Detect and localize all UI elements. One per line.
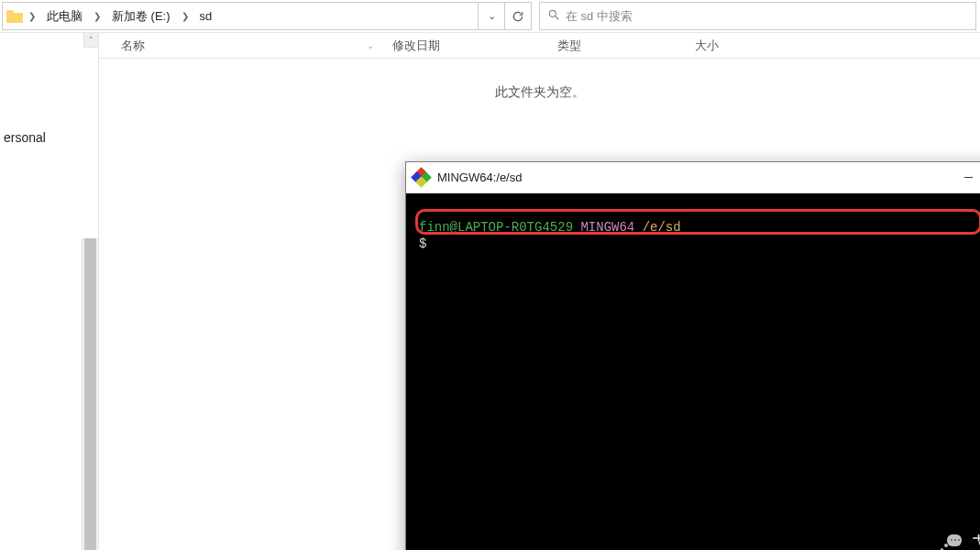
prompt-user-host: finn@LAPTOP-R0TG4529 bbox=[419, 220, 573, 235]
window-controls bbox=[947, 162, 980, 193]
search-field[interactable]: 在 sd 中搜索 bbox=[539, 2, 976, 30]
chevron-down-icon: ⌄ bbox=[488, 10, 496, 22]
breadcrumb-bar[interactable]: ❯ 此电脑 ❯ 新加卷 (E:) ❯ sd bbox=[2, 2, 479, 30]
refresh-button[interactable] bbox=[504, 2, 532, 30]
folder-icon bbox=[6, 8, 23, 25]
search-icon bbox=[547, 8, 560, 24]
column-header-date[interactable]: 修改日期 ⌄ bbox=[383, 38, 548, 54]
column-label: 名称 bbox=[121, 38, 145, 54]
terminal-titlebar[interactable]: MINGW64:/e/sd bbox=[406, 162, 980, 193]
chevron-right-icon[interactable]: ❯ bbox=[23, 11, 41, 21]
minimize-icon bbox=[963, 172, 974, 182]
column-label: 修改日期 bbox=[392, 38, 440, 54]
breadcrumb-sd[interactable]: sd bbox=[194, 6, 218, 27]
column-header-row: 名称 ⌄ 修改日期 ⌄ 类型 ⌄ 大小 ⌄ bbox=[99, 33, 980, 59]
search-placeholder: 在 sd 中搜索 bbox=[566, 8, 633, 25]
svg-line-1 bbox=[556, 16, 559, 20]
svg-point-0 bbox=[549, 10, 556, 16]
column-label: 类型 bbox=[557, 38, 581, 54]
column-header-size[interactable]: 大小 ⌄ bbox=[686, 38, 796, 54]
prompt-symbol: $ bbox=[406, 236, 980, 252]
main-area: ˄ ersonal 名称 ⌄ 修改日期 ⌄ 类型 ⌄ 大小 ⌄ 此 bbox=[0, 33, 980, 550]
nav-item-personal[interactable]: ersonal bbox=[4, 130, 46, 145]
prompt-path: /e/sd bbox=[643, 220, 681, 235]
terminal-output[interactable]: finn@LAPTOP-R0TG4529 MINGW64 /e/sd $ bbox=[406, 193, 980, 550]
chevron-right-icon[interactable]: ❯ bbox=[88, 11, 106, 21]
nav-scrollbar-thumb[interactable] bbox=[84, 238, 96, 550]
column-header-name[interactable]: 名称 ⌄ bbox=[99, 38, 383, 54]
sort-indicator-icon: ⌄ bbox=[367, 40, 374, 50]
breadcrumb-this-pc[interactable]: 此电脑 bbox=[41, 5, 88, 28]
minimize-button[interactable] bbox=[947, 162, 980, 193]
prompt-line: finn@LAPTOP-R0TG4529 MINGW64 /e/sd bbox=[406, 219, 980, 236]
refresh-icon bbox=[512, 10, 524, 23]
breadcrumb-drive-e[interactable]: 新加卷 (E:) bbox=[106, 5, 176, 28]
column-header-type[interactable]: 类型 ⌄ bbox=[548, 38, 686, 54]
terminal-title-text: MINGW64:/e/sd bbox=[437, 170, 522, 184]
column-label: 大小 bbox=[695, 38, 719, 54]
terminal-window[interactable]: MINGW64:/e/sd finn@L bbox=[405, 161, 980, 550]
mingw-icon bbox=[413, 170, 430, 186]
address-bar-row: ❯ 此电脑 ❯ 新加卷 (E:) ❯ sd ⌄ 在 sd 中搜索 bbox=[0, 0, 980, 33]
chevron-up-icon: ˄ bbox=[89, 36, 94, 45]
prompt-shell: MINGW64 bbox=[580, 220, 634, 235]
address-dropdown-button[interactable]: ⌄ bbox=[478, 2, 505, 30]
nav-scrollbar[interactable] bbox=[82, 238, 98, 550]
empty-folder-message: 此文件夹为空。 bbox=[99, 59, 980, 101]
file-list-area: 名称 ⌄ 修改日期 ⌄ 类型 ⌄ 大小 ⌄ 此文件夹为空。 M bbox=[99, 33, 980, 550]
terminal-body[interactable]: finn@LAPTOP-R0TG4529 MINGW64 /e/sd $ ▲ ▼ bbox=[406, 193, 980, 550]
navigation-pane[interactable]: ˄ ersonal bbox=[0, 33, 99, 550]
chevron-right-icon[interactable]: ❯ bbox=[176, 11, 194, 21]
nav-scroll-up-button[interactable]: ˄ bbox=[83, 33, 98, 48]
